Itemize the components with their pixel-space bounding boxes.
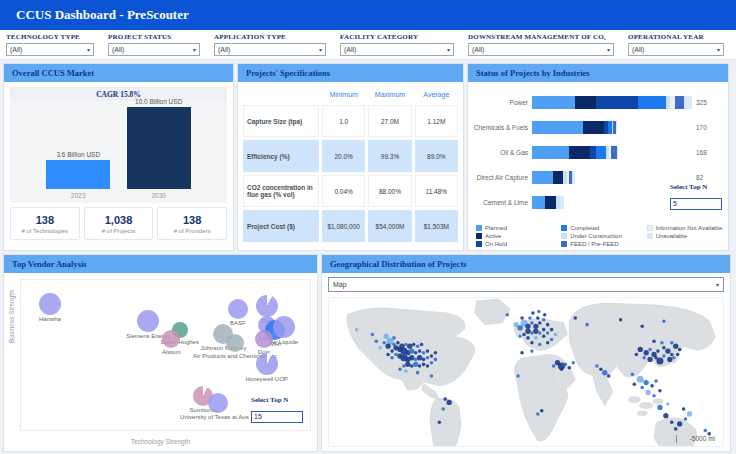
project-location-dot[interactable] (619, 318, 623, 322)
project-location-dot[interactable] (670, 353, 674, 357)
project-location-dot[interactable] (426, 349, 430, 353)
project-location-dot[interactable] (441, 407, 445, 411)
filter-dropdown-4[interactable]: (All)▾ (468, 43, 614, 56)
project-location-dot[interactable] (382, 341, 386, 345)
project-location-dot[interactable] (633, 382, 637, 386)
project-location-dot[interactable] (414, 351, 418, 355)
vendor-bubble-hanwha[interactable] (39, 293, 61, 315)
status-bar-segment-unavailable[interactable] (572, 171, 575, 184)
filter-dropdown-3[interactable]: (All)▾ (340, 43, 454, 56)
project-location-dot[interactable] (426, 356, 430, 360)
project-location-dot[interactable] (533, 324, 538, 329)
project-location-dot[interactable] (383, 334, 388, 339)
project-location-dot[interactable] (638, 347, 643, 352)
status-bar-segment-unavailable[interactable] (616, 121, 617, 134)
project-location-dot[interactable] (542, 334, 546, 338)
project-location-dot[interactable] (550, 338, 554, 342)
status-bar-segment-unavailable[interactable] (560, 196, 564, 209)
project-location-dot[interactable] (414, 358, 418, 362)
project-location-dot[interactable] (375, 339, 379, 343)
status-bar-segment-active[interactable] (545, 196, 556, 209)
project-location-dot[interactable] (525, 329, 530, 334)
project-location-dot[interactable] (522, 333, 526, 337)
project-location-dot[interactable] (658, 389, 662, 393)
status-bar-segment-feed[interactable] (675, 96, 684, 109)
project-location-dot[interactable] (430, 361, 434, 365)
project-location-dot[interactable] (407, 343, 412, 348)
status-bar-segment-planned[interactable] (532, 121, 583, 134)
project-location-dot[interactable] (642, 356, 646, 360)
project-location-dot[interactable] (538, 343, 542, 347)
project-location-dot[interactable] (674, 427, 678, 431)
project-location-dot[interactable] (656, 349, 660, 353)
project-location-dot[interactable] (676, 353, 680, 357)
filter-dropdown-0[interactable]: (All)▾ (6, 43, 94, 56)
project-location-dot[interactable] (635, 353, 639, 357)
vendor-bubble-university-of-texas-at-austin[interactable] (208, 393, 228, 413)
project-location-dot[interactable] (394, 353, 398, 357)
status-bar-segment-active[interactable] (575, 96, 596, 109)
project-location-dot[interactable] (536, 412, 540, 416)
project-location-dot[interactable] (447, 400, 452, 405)
status-bar-segment-active[interactable] (553, 171, 563, 184)
project-location-dot[interactable] (666, 402, 670, 406)
project-location-dot[interactable] (405, 362, 410, 367)
project-location-dot[interactable] (434, 358, 438, 362)
project-location-dot[interactable] (402, 364, 406, 368)
status-topn-input[interactable] (670, 198, 722, 210)
project-location-dot[interactable] (520, 316, 524, 320)
project-location-dot[interactable] (416, 344, 420, 348)
status-bar-segment-completed[interactable] (638, 96, 667, 109)
project-location-dot[interactable] (554, 333, 558, 337)
project-location-dot[interactable] (667, 357, 672, 362)
project-location-dot[interactable] (640, 386, 644, 390)
project-location-dot[interactable] (518, 334, 522, 338)
status-bar-segment-planned[interactable] (532, 96, 575, 109)
project-location-dot[interactable] (684, 417, 688, 421)
project-location-dot[interactable] (687, 411, 692, 416)
project-location-dot[interactable] (530, 321, 534, 325)
project-location-dot[interactable] (530, 349, 534, 353)
project-location-dot[interactable] (645, 390, 650, 395)
project-location-dot[interactable] (648, 348, 652, 352)
status-bar-segment-unavailable[interactable] (617, 146, 618, 159)
project-location-dot[interactable] (506, 313, 510, 317)
vendor-bubble-honeywell-uop[interactable] (256, 353, 278, 375)
project-location-dot[interactable] (543, 313, 547, 317)
project-location-dot[interactable] (520, 351, 524, 355)
project-location-dot[interactable] (426, 364, 430, 368)
project-location-dot[interactable] (538, 321, 542, 325)
project-location-dot[interactable] (386, 353, 390, 357)
project-location-dot[interactable] (418, 364, 422, 368)
project-location-dot[interactable] (530, 331, 534, 335)
status-bar-segment-unavailable[interactable] (684, 96, 692, 109)
status-bar-segment-planned[interactable] (532, 146, 569, 159)
project-location-dot[interactable] (660, 341, 664, 345)
project-location-dot[interactable] (378, 346, 382, 350)
project-location-dot[interactable] (640, 325, 644, 329)
project-location-dot[interactable] (438, 421, 442, 425)
project-location-dot[interactable] (602, 370, 607, 375)
project-location-dot[interactable] (422, 351, 426, 355)
project-location-dot[interactable] (631, 373, 635, 377)
project-location-dot[interactable] (409, 348, 414, 353)
project-location-dot[interactable] (531, 311, 535, 315)
project-location-dot[interactable] (644, 350, 649, 355)
project-location-dot[interactable] (546, 331, 550, 335)
project-location-dot[interactable] (673, 343, 678, 348)
project-location-dot[interactable] (670, 341, 674, 345)
project-location-dot[interactable] (573, 316, 577, 320)
project-location-dot[interactable] (385, 343, 390, 348)
vendor-bubble-siemens-energy[interactable] (137, 310, 159, 332)
project-location-dot[interactable] (662, 320, 666, 324)
project-location-dot[interactable] (665, 348, 670, 353)
project-location-dot[interactable] (560, 368, 564, 372)
project-location-dot[interactable] (542, 328, 546, 332)
project-location-dot[interactable] (409, 355, 414, 360)
project-location-dot[interactable] (540, 409, 544, 413)
status-bar-segment-completed[interactable] (596, 146, 606, 159)
project-location-dot[interactable] (390, 349, 394, 353)
project-location-dot[interactable] (678, 348, 682, 352)
vendor-topn-input[interactable] (251, 411, 303, 423)
project-location-dot[interactable] (413, 362, 418, 367)
